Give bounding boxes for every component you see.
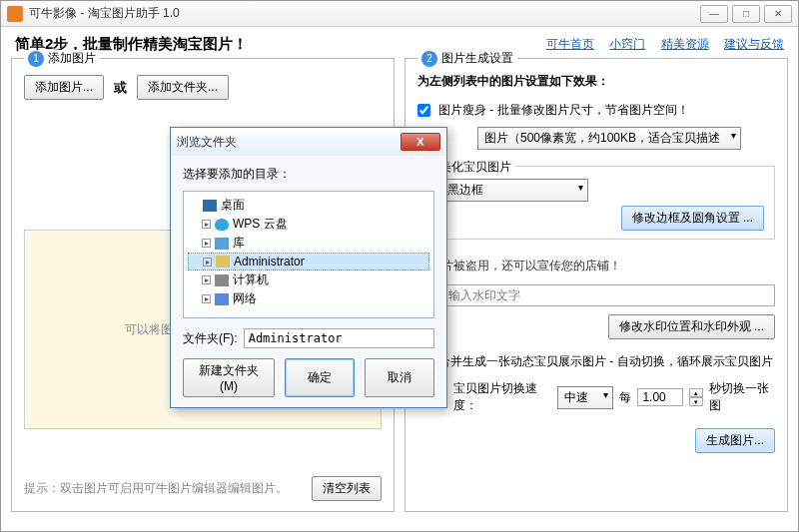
step-number-2: 2 xyxy=(421,51,437,67)
speed-row: 宝贝图片切换速度： 中速 每 ▴▾ 秒切换一张图 xyxy=(417,380,775,414)
user-icon xyxy=(216,256,230,267)
header-links: 可牛首页 小窍门 精美资源 建议与反馈 xyxy=(534,36,784,53)
tree-item-computer[interactable]: ▸计算机 xyxy=(188,270,429,289)
close-button[interactable]: ✕ xyxy=(764,5,792,23)
window-title: 可牛影像 - 淘宝图片助手 1.0 xyxy=(29,5,696,22)
merge-setting: 合并生成一张动态宝贝展示图片 - 自动切换，循环展示宝贝图片 xyxy=(417,353,775,370)
browse-folder-dialog: 浏览文件夹 X 选择要添加的目录： 桌面▸WPS 云盘▸库▸Administra… xyxy=(170,127,447,408)
slim-combo[interactable]: 图片（500像素宽，约100KB，适合宝贝描述 xyxy=(477,127,741,150)
minimize-button[interactable]: — xyxy=(700,5,728,23)
tree-item-net[interactable]: ▸网络 xyxy=(188,289,429,308)
slim-option-row: 图片（500像素宽，约100KB，适合宝贝描述 xyxy=(417,127,775,150)
dialog-title: 浏览文件夹 xyxy=(177,134,400,151)
expander-icon[interactable]: ▸ xyxy=(202,220,211,229)
expander-icon[interactable]: ▸ xyxy=(202,239,211,248)
right-panel-title: 2 图片生成设置 xyxy=(417,50,517,67)
beautify-option-row: 粗黑边框 xyxy=(428,179,764,202)
watermark-settings-button[interactable]: 修改水印位置和水印外观 ... xyxy=(608,314,775,339)
dialog-titlebar: 浏览文件夹 X xyxy=(171,128,446,156)
settings-subtitle: 为左侧列表中的图片设置如下效果： xyxy=(417,73,775,90)
new-folder-button[interactable]: 新建文件夹(M) xyxy=(183,358,275,397)
header: 简单2步，批量制作精美淘宝图片！ 可牛首页 小窍门 精美资源 建议与反馈 xyxy=(1,27,798,58)
expander-icon[interactable]: ▸ xyxy=(202,275,211,284)
ok-button[interactable]: 确定 xyxy=(285,358,355,397)
add-images-button[interactable]: 添加图片... xyxy=(24,75,104,100)
window-controls: — □ ✕ xyxy=(696,5,792,23)
tree-item-label: 计算机 xyxy=(233,271,269,288)
path-label: 文件夹(F): xyxy=(183,330,238,347)
watermark-input[interactable] xyxy=(417,284,775,306)
tree-item-label: 库 xyxy=(233,235,245,252)
cancel-button[interactable]: 取消 xyxy=(365,358,434,397)
tree-item-cloud[interactable]: ▸WPS 云盘 xyxy=(188,215,429,234)
desktop-icon xyxy=(203,200,217,212)
tree-item-label: Administrator xyxy=(234,255,305,268)
beautify-group: - 美化宝贝图片 粗黑边框 修改边框及圆角设置 ... xyxy=(417,166,775,240)
net-icon xyxy=(215,293,229,305)
link-home[interactable]: 可牛首页 xyxy=(546,37,594,51)
path-row: 文件夹(F): xyxy=(183,328,434,348)
tree-item-desktop[interactable]: 桌面 xyxy=(188,196,429,215)
watermark-hint: 止图片被盗用，还可以宣传您的店铺！ xyxy=(417,258,775,274)
step-number-1: 1 xyxy=(28,51,44,67)
dialog-prompt: 选择要添加的目录： xyxy=(183,166,434,183)
link-resources[interactable]: 精美资源 xyxy=(661,37,709,51)
dialog-buttons: 新建文件夹(M) 确定 取消 xyxy=(183,358,434,397)
path-input[interactable] xyxy=(244,328,434,348)
app-icon xyxy=(7,6,23,22)
computer-icon xyxy=(215,274,229,286)
link-tips[interactable]: 小窍门 xyxy=(609,37,645,51)
lib-icon xyxy=(215,238,229,250)
seconds-spinner[interactable]: ▴▾ xyxy=(689,388,703,406)
beautify-combo[interactable]: 粗黑边框 xyxy=(428,179,588,202)
or-label: 或 xyxy=(114,79,127,97)
expander-icon[interactable]: ▸ xyxy=(203,258,212,266)
tree-item-label: WPS 云盘 xyxy=(233,216,288,233)
border-settings-button[interactable]: 修改边框及圆角设置 ... xyxy=(621,206,764,231)
folder-tree[interactable]: 桌面▸WPS 云盘▸库▸Administrator▸计算机▸网络 xyxy=(183,191,434,318)
tree-item-lib[interactable]: ▸库 xyxy=(188,234,429,253)
left-bottom-row: 提示：双击图片可启用可牛图片编辑器编辑图片。 清空列表 xyxy=(24,476,382,501)
maximize-button[interactable]: □ xyxy=(732,5,760,23)
tip-text: 提示：双击图片可启用可牛图片编辑器编辑图片。 xyxy=(24,480,288,497)
right-panel: 2 图片生成设置 为左侧列表中的图片设置如下效果： 图片瘦身 - 批量修改图片尺… xyxy=(404,58,788,512)
speed-combo[interactable]: 中速 xyxy=(557,386,613,409)
slim-setting: 图片瘦身 - 批量修改图片尺寸，节省图片空间！ xyxy=(417,102,775,119)
tree-item-user[interactable]: ▸Administrator xyxy=(188,253,429,270)
slim-checkbox[interactable] xyxy=(417,104,430,117)
dialog-close-button[interactable]: X xyxy=(400,133,440,151)
titlebar: 可牛影像 - 淘宝图片助手 1.0 — □ ✕ xyxy=(1,1,798,27)
tree-item-label: 桌面 xyxy=(221,197,245,214)
seconds-input[interactable] xyxy=(637,388,683,406)
add-toolbar: 添加图片... 或 添加文件夹... xyxy=(24,75,382,100)
tree-item-label: 网络 xyxy=(233,290,257,307)
left-panel-title: 1 添加图片 xyxy=(24,50,100,67)
link-feedback[interactable]: 建议与反馈 xyxy=(724,37,784,51)
clear-list-button[interactable]: 清空列表 xyxy=(312,476,382,501)
dialog-body: 选择要添加的目录： 桌面▸WPS 云盘▸库▸Administrator▸计算机▸… xyxy=(171,156,446,407)
generate-button[interactable]: 生成图片... xyxy=(695,428,775,453)
cloud-icon xyxy=(215,219,229,231)
add-folder-button[interactable]: 添加文件夹... xyxy=(137,75,229,100)
expander-icon[interactable]: ▸ xyxy=(202,294,211,303)
